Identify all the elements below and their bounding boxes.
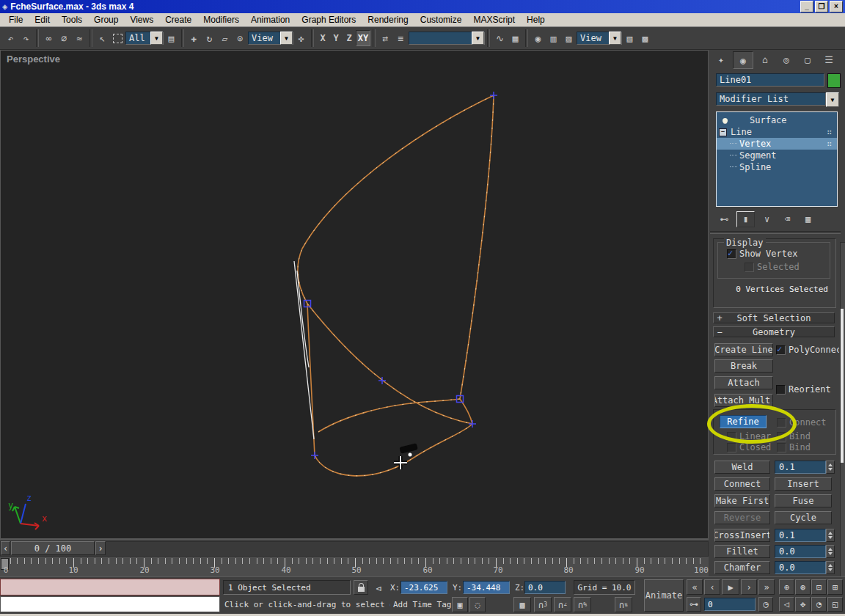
dropdown-arrow-icon[interactable]: ▼ [472,32,484,45]
refine-button[interactable]: Refine [720,415,767,428]
undo-icon[interactable]: ↶ [3,30,18,46]
create-tab-icon[interactable]: ✦ [712,51,731,67]
attach-button[interactable]: Attach [714,376,773,389]
stack-item-spline[interactable]: Spline [717,161,837,173]
animate-button[interactable]: Animate [644,579,684,612]
angle-snap-icon[interactable]: ∩∠ [554,597,571,612]
snap-toggle-icon[interactable]: ∩3 [534,597,552,612]
transform-gizmo-icon[interactable]: ▣ [452,597,468,612]
cycle-button[interactable]: Cycle [775,511,832,524]
restrict-x-button[interactable]: X [316,31,329,45]
selection-region-icon[interactable] [110,30,125,46]
dropdown-arrow-icon[interactable]: ▼ [150,32,163,45]
cross-insert-field[interactable]: 0.1 [775,529,826,542]
motion-tab-icon[interactable]: ◎ [777,51,796,67]
x-coordinate-field[interactable]: -23.625 [400,581,447,594]
play-icon[interactable]: ▶ [722,579,739,595]
menu-file[interactable]: File [3,15,29,25]
restrict-z-button[interactable]: Z [343,31,356,45]
mirror-icon[interactable]: ⇄ [378,30,393,46]
select-and-manipulate-icon[interactable]: ✜ [293,30,309,46]
cross-insert-button[interactable]: CrossInsert [714,529,770,542]
make-first-button[interactable]: Make First [714,494,770,507]
refine-connect-checkbox[interactable] [777,418,786,428]
z-coordinate-field[interactable]: 0.0 [524,581,566,594]
restore-button[interactable]: ❐ [815,1,828,12]
dropdown-arrow-icon[interactable]: ▼ [280,32,293,45]
key-mode-icon[interactable]: ⊶ [687,597,701,612]
menu-views[interactable]: Views [124,15,159,25]
select-and-rotate-icon[interactable]: ↻ [202,30,217,46]
minimize-button[interactable]: _ [800,1,813,12]
align-icon[interactable]: ≡ [393,30,409,46]
select-and-scale-icon[interactable]: ▱ [217,30,233,46]
render-quick-icon[interactable]: ▨ [561,30,577,46]
menu-tools[interactable]: Tools [56,15,88,25]
bind-to-spacewarp-icon[interactable]: ≈ [72,30,87,46]
maxscript-mini-listener[interactable] [0,596,220,612]
track-bar[interactable]: 0 10 20 30 40 50 60 70 80 90 100 [0,556,709,577]
go-to-end-icon[interactable]: » [758,579,775,595]
stack-item-segment[interactable]: Segment [717,150,837,161]
utilities-tab-icon[interactable]: ☰ [819,51,838,67]
select-object-icon[interactable]: ↖ [95,30,110,46]
named-selection-dropdown[interactable]: ▼ [409,32,485,45]
go-to-start-icon[interactable]: « [687,579,703,595]
previous-frame-arrow[interactable]: ‹ [1,541,10,555]
menu-group[interactable]: Group [88,15,124,25]
unlink-selection-icon[interactable]: ⌀ [56,30,72,46]
menu-rendering[interactable]: Rendering [362,15,414,25]
geometry-rollout[interactable]: − Geometry [713,326,835,337]
reverse-button[interactable]: Reverse [714,511,770,524]
current-frame-field[interactable]: 0 [704,598,756,611]
pivot-center-icon[interactable]: ⊙ [233,30,248,46]
menu-help[interactable]: Help [521,15,551,25]
selection-filter-dropdown[interactable]: All ▼ [125,32,164,45]
chamfer-field[interactable]: 0.0 [775,561,826,574]
show-end-result-icon[interactable]: ▮ [736,211,755,227]
weld-button[interactable]: Weld [714,461,770,474]
selected-checkbox[interactable] [745,263,754,272]
time-slider-handle[interactable]: 0 / 100 [11,541,95,555]
vertex-markers[interactable] [304,92,498,459]
object-color-swatch[interactable] [827,73,841,88]
zoom-extents-all-icon[interactable]: ⊞ [827,579,843,595]
fillet-button[interactable]: Fillet [714,545,770,558]
display-tab-icon[interactable]: ▢ [798,51,817,67]
modifier-list-dropdown[interactable]: Modifier List [716,92,826,106]
break-button[interactable]: Break [714,359,773,373]
next-frame-icon[interactable]: › [741,579,757,595]
attach-mult-button[interactable]: Attach Mult. [714,394,773,407]
weld-spinner[interactable] [826,461,835,474]
select-and-move-icon[interactable]: ✚ [186,30,202,46]
menu-customize[interactable]: Customize [414,15,468,25]
closed-checkbox[interactable] [727,443,736,452]
render-last-icon[interactable]: ▩ [637,30,653,46]
min-max-toggle-icon[interactable]: ◱ [827,597,843,612]
chamfer-button[interactable]: Chamfer [714,561,770,574]
redo-icon[interactable]: ↷ [18,30,34,46]
restrict-xy-plane-button[interactable]: XY [356,30,370,46]
bind-first-checkbox[interactable] [777,432,786,441]
material-editor-icon[interactable]: ◉ [530,30,546,46]
cross-insert-spinner[interactable] [826,529,835,542]
select-and-link-icon[interactable]: ∞ [41,30,56,46]
bind-last-checkbox[interactable] [777,443,786,452]
zoom-all-icon[interactable]: ⊛ [795,579,811,595]
snap-3d-icon[interactable]: ▩ [513,597,531,612]
menu-animation[interactable]: Animation [245,15,296,25]
menu-create[interactable]: Create [159,15,197,25]
fillet-field[interactable]: 0.0 [775,545,826,558]
pin-stack-icon[interactable]: ⊷ [716,212,733,227]
object-name-field[interactable]: Line01 [716,73,824,87]
time-configuration-icon[interactable]: ◷ [758,597,773,612]
close-button[interactable]: × [830,1,843,12]
field-of-view-icon[interactable]: ◁ [779,597,794,612]
pan-icon[interactable]: ✥ [795,597,811,612]
render-scene-icon[interactable]: ▥ [546,30,561,46]
y-coordinate-field[interactable]: -34.448 [463,581,510,594]
show-vertex-checkbox[interactable] [727,249,736,259]
title-bar[interactable]: ◈ FcheSurface.max - 3ds max 4 _ ❐ × [0,0,845,13]
viewport-label[interactable]: Perspective [7,54,60,65]
linear-checkbox[interactable] [727,432,736,441]
